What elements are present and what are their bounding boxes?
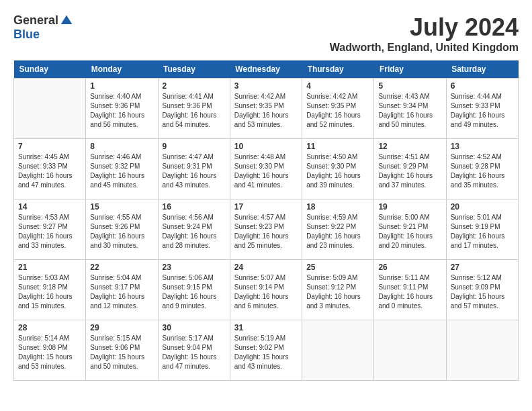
- day-number: 29: [90, 323, 153, 332]
- location-title: Wadworth, England, United Kingdom: [330, 42, 519, 54]
- day-info: Sunrise: 4:59 AM Sunset: 9:22 PM Dayligh…: [306, 213, 369, 250]
- day-number: 4: [306, 81, 369, 91]
- calendar-cell: [446, 320, 518, 381]
- calendar-cell: 1Sunrise: 4:40 AM Sunset: 9:36 PM Daylig…: [86, 79, 158, 139]
- calendar-cell: 14Sunrise: 4:53 AM Sunset: 9:27 PM Dayli…: [14, 199, 86, 260]
- day-number: 27: [451, 263, 514, 272]
- calendar-cell: [302, 320, 374, 381]
- calendar-cell: 2Sunrise: 4:41 AM Sunset: 9:36 PM Daylig…: [158, 79, 230, 139]
- calendar-cell: 7Sunrise: 4:45 AM Sunset: 9:33 PM Daylig…: [14, 139, 86, 199]
- calendar-cell: 18Sunrise: 4:59 AM Sunset: 9:22 PM Dayli…: [302, 199, 374, 260]
- logo: General Blue: [13, 13, 73, 42]
- day-number: 19: [378, 202, 441, 212]
- calendar-cell: 24Sunrise: 5:07 AM Sunset: 9:14 PM Dayli…: [230, 260, 302, 320]
- day-number: 14: [18, 202, 81, 212]
- day-info: Sunrise: 4:44 AM Sunset: 9:33 PM Dayligh…: [451, 92, 514, 130]
- weekday-header-wednesday: Wednesday: [230, 60, 302, 79]
- calendar-cell: 9Sunrise: 4:47 AM Sunset: 9:31 PM Daylig…: [158, 139, 230, 199]
- day-info: Sunrise: 4:48 AM Sunset: 9:30 PM Dayligh…: [234, 152, 298, 190]
- weekday-header-monday: Monday: [86, 60, 158, 79]
- day-number: 5: [378, 81, 441, 91]
- day-info: Sunrise: 5:19 AM Sunset: 9:02 PM Dayligh…: [234, 334, 298, 371]
- page-header: General Blue July 2024 Wadworth, England…: [13, 13, 519, 54]
- calendar-cell: 29Sunrise: 5:15 AM Sunset: 9:06 PM Dayli…: [86, 320, 158, 381]
- day-number: 17: [234, 202, 298, 212]
- day-info: Sunrise: 4:50 AM Sunset: 9:30 PM Dayligh…: [306, 152, 369, 190]
- calendar-cell: 4Sunrise: 4:42 AM Sunset: 9:35 PM Daylig…: [302, 79, 374, 139]
- day-info: Sunrise: 4:53 AM Sunset: 9:27 PM Dayligh…: [18, 213, 81, 250]
- day-number: 30: [163, 323, 226, 332]
- day-info: Sunrise: 5:00 AM Sunset: 9:21 PM Dayligh…: [378, 213, 441, 250]
- weekday-header-saturday: Saturday: [446, 60, 518, 79]
- calendar-cell: 28Sunrise: 5:14 AM Sunset: 9:08 PM Dayli…: [14, 320, 86, 381]
- day-number: 12: [378, 142, 441, 151]
- logo-general-text: General: [13, 13, 58, 28]
- title-block: July 2024 Wadworth, England, United King…: [330, 13, 519, 54]
- week-row-1: 1Sunrise: 4:40 AM Sunset: 9:36 PM Daylig…: [14, 79, 519, 139]
- logo-blue-text: Blue: [13, 28, 40, 42]
- day-number: 21: [18, 263, 81, 272]
- day-info: Sunrise: 4:52 AM Sunset: 9:28 PM Dayligh…: [451, 152, 514, 190]
- calendar-cell: 8Sunrise: 4:46 AM Sunset: 9:32 PM Daylig…: [86, 139, 158, 199]
- week-row-5: 28Sunrise: 5:14 AM Sunset: 9:08 PM Dayli…: [14, 320, 519, 381]
- calendar-cell: 22Sunrise: 5:04 AM Sunset: 9:17 PM Dayli…: [86, 260, 158, 320]
- svg-marker-0: [61, 15, 73, 24]
- weekday-header-tuesday: Tuesday: [158, 60, 230, 79]
- month-title: July 2024: [330, 13, 519, 42]
- calendar-cell: 30Sunrise: 5:17 AM Sunset: 9:04 PM Dayli…: [158, 320, 230, 381]
- day-info: Sunrise: 5:15 AM Sunset: 9:06 PM Dayligh…: [90, 334, 153, 371]
- day-info: Sunrise: 4:51 AM Sunset: 9:29 PM Dayligh…: [378, 152, 441, 190]
- calendar-cell: 27Sunrise: 5:12 AM Sunset: 9:09 PM Dayli…: [446, 260, 518, 320]
- day-number: 6: [451, 81, 514, 91]
- day-number: 31: [234, 323, 298, 332]
- day-number: 24: [234, 263, 298, 272]
- day-number: 16: [163, 202, 226, 212]
- calendar-cell: 31Sunrise: 5:19 AM Sunset: 9:02 PM Dayli…: [230, 320, 302, 381]
- calendar-cell: 17Sunrise: 4:57 AM Sunset: 9:23 PM Dayli…: [230, 199, 302, 260]
- week-row-2: 7Sunrise: 4:45 AM Sunset: 9:33 PM Daylig…: [14, 139, 519, 199]
- day-number: 11: [306, 142, 369, 151]
- day-info: Sunrise: 4:45 AM Sunset: 9:33 PM Dayligh…: [18, 152, 81, 190]
- calendar-cell: 6Sunrise: 4:44 AM Sunset: 9:33 PM Daylig…: [446, 79, 518, 139]
- day-info: Sunrise: 5:04 AM Sunset: 9:17 PM Dayligh…: [90, 273, 153, 311]
- day-number: 20: [451, 202, 514, 212]
- day-info: Sunrise: 4:55 AM Sunset: 9:26 PM Dayligh…: [90, 213, 153, 250]
- day-number: 7: [18, 142, 81, 151]
- day-info: Sunrise: 4:47 AM Sunset: 9:31 PM Dayligh…: [163, 152, 226, 190]
- day-info: Sunrise: 4:41 AM Sunset: 9:36 PM Dayligh…: [163, 92, 226, 130]
- calendar-cell: 16Sunrise: 4:56 AM Sunset: 9:24 PM Dayli…: [158, 199, 230, 260]
- day-info: Sunrise: 4:42 AM Sunset: 9:35 PM Dayligh…: [306, 92, 369, 130]
- calendar-cell: 13Sunrise: 4:52 AM Sunset: 9:28 PM Dayli…: [446, 139, 518, 199]
- day-number: 22: [90, 263, 153, 272]
- calendar-cell: 15Sunrise: 4:55 AM Sunset: 9:26 PM Dayli…: [86, 199, 158, 260]
- week-row-4: 21Sunrise: 5:03 AM Sunset: 9:18 PM Dayli…: [14, 260, 519, 320]
- day-number: 26: [378, 263, 441, 272]
- calendar-cell: 19Sunrise: 5:00 AM Sunset: 9:21 PM Dayli…: [374, 199, 446, 260]
- calendar-cell: 11Sunrise: 4:50 AM Sunset: 9:30 PM Dayli…: [302, 139, 374, 199]
- day-info: Sunrise: 5:14 AM Sunset: 9:08 PM Dayligh…: [18, 334, 81, 371]
- day-info: Sunrise: 5:11 AM Sunset: 9:11 PM Dayligh…: [378, 273, 441, 311]
- day-info: Sunrise: 4:46 AM Sunset: 9:32 PM Dayligh…: [90, 152, 153, 190]
- day-number: 25: [306, 263, 369, 272]
- day-number: 2: [163, 81, 226, 91]
- calendar-cell: 25Sunrise: 5:09 AM Sunset: 9:12 PM Dayli…: [302, 260, 374, 320]
- calendar-cell: 26Sunrise: 5:11 AM Sunset: 9:11 PM Dayli…: [374, 260, 446, 320]
- day-number: 23: [163, 263, 226, 272]
- calendar-cell: [14, 79, 86, 139]
- day-info: Sunrise: 4:56 AM Sunset: 9:24 PM Dayligh…: [163, 213, 226, 250]
- day-info: Sunrise: 5:07 AM Sunset: 9:14 PM Dayligh…: [234, 273, 298, 311]
- weekday-header-friday: Friday: [374, 60, 446, 79]
- day-info: Sunrise: 5:03 AM Sunset: 9:18 PM Dayligh…: [18, 273, 81, 311]
- day-info: Sunrise: 4:42 AM Sunset: 9:35 PM Dayligh…: [234, 92, 298, 130]
- weekday-header-thursday: Thursday: [302, 60, 374, 79]
- calendar-table: SundayMondayTuesdayWednesdayThursdayFrid…: [13, 60, 519, 381]
- calendar-cell: 20Sunrise: 5:01 AM Sunset: 9:19 PM Dayli…: [446, 199, 518, 260]
- calendar-cell: 3Sunrise: 4:42 AM Sunset: 9:35 PM Daylig…: [230, 79, 302, 139]
- weekday-header-row: SundayMondayTuesdayWednesdayThursdayFrid…: [14, 60, 519, 79]
- calendar-cell: 23Sunrise: 5:06 AM Sunset: 9:15 PM Dayli…: [158, 260, 230, 320]
- logo-icon: [60, 14, 73, 28]
- day-number: 9: [163, 142, 226, 151]
- day-info: Sunrise: 5:17 AM Sunset: 9:04 PM Dayligh…: [163, 334, 226, 371]
- day-info: Sunrise: 5:12 AM Sunset: 9:09 PM Dayligh…: [451, 273, 514, 311]
- calendar-cell: 5Sunrise: 4:43 AM Sunset: 9:34 PM Daylig…: [374, 79, 446, 139]
